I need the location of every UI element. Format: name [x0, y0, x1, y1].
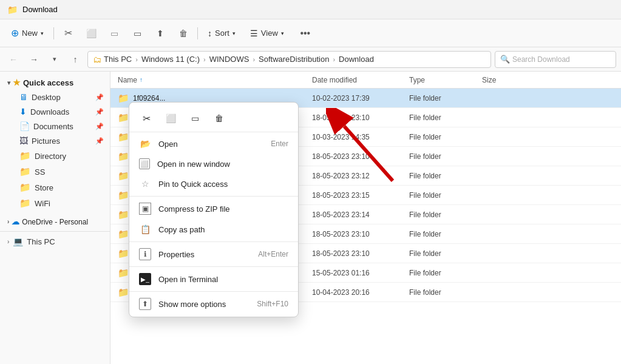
- sidebar-item-directory[interactable]: 📁 Directory: [2, 148, 107, 164]
- sidebar-item-documents[interactable]: 📄 Documents 📌: [2, 119, 107, 133]
- path-download: Download: [339, 55, 374, 64]
- ctx-separator-2: [129, 241, 298, 242]
- title-bar-icon: 📁: [7, 5, 18, 15]
- view-icon: ☰: [250, 29, 258, 38]
- sidebar-item-pictures[interactable]: 🖼 Pictures 📌: [2, 133, 107, 148]
- path-windows: WINDOWS: [209, 55, 249, 64]
- path-drive: Windows 11 (C:): [141, 55, 200, 64]
- toolbar: ⊕ New ▾ ✂ ⬜ ▭ ▭ ⬆ 🗑 ↕ Sort ▾ ☰ View ▾ ••…: [0, 19, 621, 47]
- sidebar-item-store[interactable]: 📁 Store: [2, 180, 107, 195]
- recent-button[interactable]: ▾: [46, 51, 63, 68]
- up-button[interactable]: ↑: [67, 51, 84, 68]
- context-menu: ✂ ⬜ ▭ 🗑 📂 Open Enter ⬜ Open in new windo…: [129, 102, 299, 317]
- desktop-icon: 🖥: [19, 92, 28, 102]
- paste-button[interactable]: ▭: [104, 23, 124, 44]
- pin-icon-downloads: 📌: [95, 108, 104, 116]
- ctx-rename-button[interactable]: ▭: [185, 109, 205, 128]
- path-folder-icon: 🗂: [93, 55, 101, 64]
- more-button[interactable]: •••: [295, 23, 316, 44]
- pin-icon-pictures: 📌: [95, 137, 104, 145]
- store-icon: 📁: [19, 182, 31, 193]
- downloads-icon: ⬇: [19, 107, 27, 116]
- file-list: Name ↑ Date modified Type Size 📁 1f09264…: [110, 72, 621, 364]
- sidebar-item-ss[interactable]: 📁 SS: [2, 164, 107, 180]
- ctx-copy-button[interactable]: ⬜: [161, 109, 180, 128]
- ctx-open-label: Open: [158, 140, 178, 149]
- documents-label: Documents: [33, 122, 73, 131]
- sidebar: ▾ ★ Quick access 🖥 Desktop 📌 ⬇ Downloads…: [0, 72, 110, 364]
- delete-button[interactable]: 🗑: [173, 23, 194, 44]
- ctx-terminal-icon: ▶_: [139, 273, 151, 285]
- ctx-separator-3: [129, 266, 298, 267]
- rename-button[interactable]: ▭: [127, 23, 148, 44]
- ctx-delete-button[interactable]: 🗑: [209, 109, 229, 128]
- ctx-moreoptions-label: Show more options: [158, 300, 226, 309]
- sort-label: Sort: [215, 29, 229, 38]
- back-button[interactable]: ←: [5, 51, 22, 68]
- address-path[interactable]: 🗂 This PC › Windows 11 (C:) › WINDOWS › …: [87, 51, 491, 68]
- pin-icon-documents: 📌: [95, 123, 104, 130]
- new-label: New: [22, 29, 38, 38]
- path-thispc: This PC: [104, 55, 132, 64]
- directory-icon: 📁: [19, 150, 31, 161]
- desktop-label: Desktop: [32, 93, 61, 102]
- thispc-chevron-icon: ›: [7, 238, 9, 245]
- sidebar-quickaccess-header[interactable]: ▾ ★ Quick access: [2, 75, 107, 90]
- new-chevron-icon: ▾: [41, 30, 44, 36]
- ss-label: SS: [35, 167, 45, 177]
- forward-button[interactable]: →: [25, 51, 42, 68]
- ctx-compress-label: Compress to ZIP file: [158, 204, 230, 214]
- new-plus-icon: ⊕: [11, 27, 19, 39]
- path-softdist: SoftwareDistribution: [259, 55, 329, 64]
- quickaccess-chevron-icon: ▾: [7, 79, 10, 86]
- sidebar-item-downloads[interactable]: ⬇ Downloads 📌: [2, 104, 107, 119]
- ctx-open-item[interactable]: 📂 Open Enter: [129, 133, 298, 154]
- store-label: Store: [35, 183, 53, 192]
- context-menu-toolbar: ✂ ⬜ ▭ 🗑: [129, 105, 298, 132]
- ctx-open-newwindow-item[interactable]: ⬜ Open in new window: [129, 154, 298, 174]
- sidebar-onedrive-header[interactable]: › ☁ OneDrive - Personal: [2, 215, 107, 229]
- ctx-moreoptions-item[interactable]: ⬆ Show more options Shift+F10: [129, 294, 298, 314]
- sort-button[interactable]: ↕ Sort ▾: [202, 25, 242, 41]
- quickaccess-star-icon: ★: [13, 78, 21, 87]
- ctx-copypath-item[interactable]: 📋 Copy as path: [129, 219, 298, 240]
- ctx-terminal-item[interactable]: ▶_ Open in Terminal: [129, 269, 298, 289]
- sidebar-section-onedrive: › ☁ OneDrive - Personal: [0, 215, 110, 229]
- sidebar-item-thispc[interactable]: › 💻 This PC: [2, 234, 107, 249]
- ctx-compress-icon: ▣: [139, 203, 151, 215]
- sidebar-item-wifi[interactable]: 📁 WiFi: [2, 195, 107, 211]
- address-bar: ← → ▾ ↑ 🗂 This PC › Windows 11 (C:) › WI…: [0, 47, 621, 72]
- downloads-label: Downloads: [30, 107, 69, 116]
- toolbar-separator-1: [53, 27, 54, 39]
- ctx-pin-item[interactable]: ☆ Pin to Quick access: [129, 174, 298, 194]
- ctx-open-newwindow-icon: ⬜: [139, 158, 150, 169]
- sidebar-section-quickaccess: ▾ ★ Quick access 🖥 Desktop 📌 ⬇ Downloads…: [0, 75, 110, 211]
- ctx-separator-4: [129, 291, 298, 292]
- cut-button[interactable]: ✂: [58, 23, 78, 44]
- ctx-cut-button[interactable]: ✂: [137, 109, 156, 128]
- new-button[interactable]: ⊕ New ▾: [5, 24, 50, 42]
- ctx-copypath-icon: 📋: [139, 223, 151, 235]
- title-bar: 📁 Download: [0, 0, 621, 19]
- view-label: View: [261, 29, 278, 38]
- share-button[interactable]: ⬆: [150, 23, 171, 44]
- ctx-moreoptions-shortcut: Shift+F10: [257, 300, 288, 308]
- ss-icon: 📁: [19, 166, 31, 177]
- main-area: ▾ ★ Quick access 🖥 Desktop 📌 ⬇ Downloads…: [0, 72, 621, 364]
- search-box[interactable]: 🔍 Search Download: [495, 51, 616, 68]
- sidebar-item-desktop[interactable]: 🖥 Desktop 📌: [2, 90, 107, 104]
- more-dots-icon: •••: [300, 28, 310, 39]
- wifi-icon: 📁: [19, 198, 31, 209]
- pictures-label: Pictures: [32, 136, 60, 146]
- view-chevron-icon: ▾: [281, 30, 284, 36]
- ctx-properties-item[interactable]: ℹ Properties Alt+Enter: [129, 244, 298, 265]
- ctx-properties-icon: ℹ: [139, 248, 151, 260]
- sidebar-quickaccess-label: Quick access: [23, 78, 73, 87]
- copy-button[interactable]: ⬜: [81, 23, 101, 44]
- thispc-icon: 💻: [13, 237, 23, 246]
- view-button[interactable]: ☰ View ▾: [244, 25, 290, 41]
- ctx-open-shortcut: Enter: [271, 140, 288, 148]
- ctx-copypath-label: Copy as path: [158, 225, 205, 234]
- ctx-compress-item[interactable]: ▣ Compress to ZIP file: [129, 198, 298, 219]
- ctx-properties-label: Properties: [158, 250, 194, 259]
